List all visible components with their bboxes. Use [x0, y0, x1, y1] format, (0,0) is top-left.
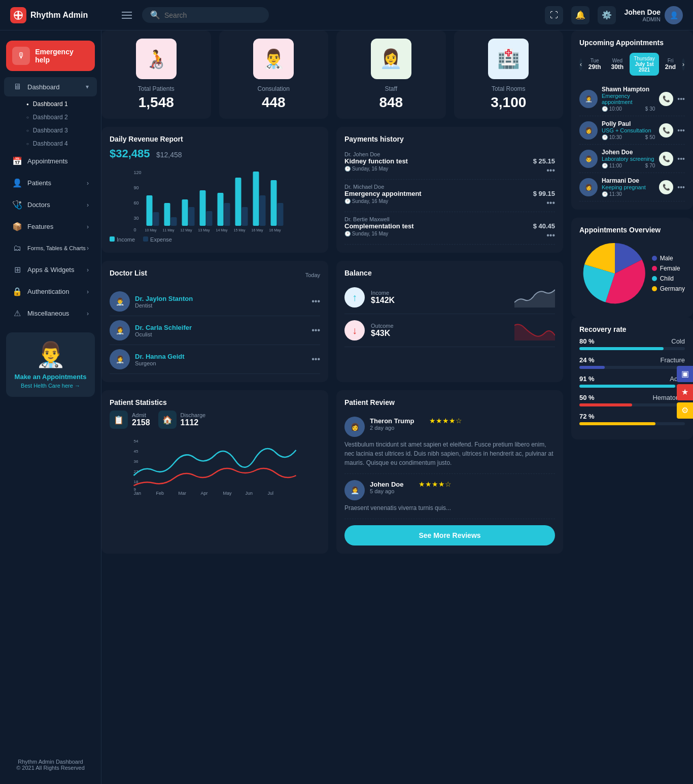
search-bar[interactable]: 🔍: [142, 7, 269, 23]
doctor-dots-0[interactable]: •••: [311, 297, 320, 306]
revenue-card: Daily Revenue Report $32,485 $12,458 120…: [101, 127, 328, 253]
cal-day-tue[interactable]: Tue 29th: [584, 55, 605, 74]
consulation-value: 448: [227, 94, 321, 111]
progress-bar-1: [579, 366, 685, 369]
footer-brand: Rhythm Admin Dashboard: [8, 759, 93, 765]
sidebar-item-appointments[interactable]: 📅 Appointments: [4, 151, 97, 171]
svg-rect-15: [224, 203, 230, 226]
appt-dots-0[interactable]: •••: [677, 95, 685, 103]
recovery-percent-1: 24 %: [579, 356, 595, 364]
sidebar-item-patients[interactable]: 👤 Patients ›: [4, 173, 97, 193]
sidebar-item-dashboard[interactable]: 🖥 Dashboard ▾: [4, 77, 97, 96]
appt-type-0: Emergency appointment: [602, 93, 655, 105]
payment-dots-0[interactable]: •••: [546, 166, 555, 175]
doctor-name-2: Dr. Hanna Geidt: [135, 353, 306, 360]
payment-meta-1: 🕐 Sunday, 16 May •••: [344, 198, 555, 208]
payment-dots-1[interactable]: •••: [546, 198, 555, 208]
recovery-title: Recovery rate: [579, 325, 685, 333]
sidebar-item-doctors[interactable]: 🩺 Doctors ›: [4, 195, 97, 215]
legend-male: Male: [652, 255, 685, 262]
appt-dots-2[interactable]: •••: [677, 155, 685, 163]
svg-text:14 May: 14 May: [216, 228, 228, 232]
search-input[interactable]: [164, 11, 256, 19]
upcoming-appointments-card: Upcoming Appointments ‹ Tue 29th Wed 30t…: [571, 30, 693, 210]
sidebar-auth-label: Authentication: [27, 288, 69, 295]
income-mini-chart: [514, 287, 555, 308]
sidebar-item-auth[interactable]: 🔒 Authentication ›: [4, 282, 97, 301]
appt-dots-1[interactable]: •••: [677, 126, 685, 134]
sidebar-item-dashboard3[interactable]: Dashboard 3: [18, 124, 101, 137]
content-area: 🧑‍🦽 Total Patients 1,548 👨‍⚕️ Consulatio…: [101, 30, 693, 784]
see-more-button[interactable]: See More Reviews: [344, 525, 555, 546]
hamburger-menu[interactable]: [122, 12, 132, 19]
side-btn-yellow[interactable]: ⚙: [677, 402, 693, 419]
auth-icon: 🔒: [12, 287, 22, 296]
emergency-icon: 🎙: [12, 47, 30, 65]
pie-container: Male Female Child Germany: [579, 238, 685, 309]
chevron-right-icon7: ›: [87, 310, 89, 317]
svg-rect-10: [182, 199, 188, 226]
side-btn-red[interactable]: ★: [677, 384, 693, 400]
svg-text:Jul: Jul: [268, 491, 274, 496]
appt-call-3[interactable]: 📞: [659, 180, 673, 194]
overview-title: Appointments Overview: [579, 226, 685, 234]
emergency-button[interactable]: 🎙 Emergency help: [6, 41, 95, 71]
svg-rect-7: [153, 212, 159, 226]
sidebar-dashboard-label: Dashboard: [27, 83, 60, 91]
cal-prev-btn[interactable]: ‹: [579, 58, 582, 71]
sidebar-item-features[interactable]: 📦 Features ›: [4, 217, 97, 236]
revenue-amounts: $32,485 $12,458: [110, 147, 320, 160]
appt-avatar-2: 👨: [579, 150, 598, 168]
appt-avatar-1: 👩: [579, 121, 598, 140]
cal-day-thu[interactable]: Thursday July 1st 2021: [630, 53, 659, 76]
svg-rect-20: [271, 180, 277, 226]
svg-text:10 May: 10 May: [145, 228, 157, 232]
sidebar-item-dashboard4[interactable]: Dashboard 4: [18, 137, 101, 150]
doctor-info-1: Dr. Carla Schleifer Oculist: [135, 324, 306, 337]
sidebar-forms-label: Forms, Tables & Charts: [27, 245, 86, 251]
appt-meta-3: 🕐 11:30: [602, 191, 655, 197]
user-info: Johen Doe ADMIN 👤: [624, 6, 683, 24]
cal-day-fri[interactable]: Fri 2nd: [661, 55, 680, 74]
fullscreen-icon[interactable]: ⛶: [545, 6, 563, 24]
svg-text:60: 60: [134, 200, 139, 206]
settings-icon[interactable]: ⚙️: [598, 6, 616, 24]
review-stars-0: ★★★★☆: [429, 417, 462, 425]
sidebar-patients-label: Patients: [27, 179, 51, 187]
recovery-percent-0: 80 %: [579, 337, 595, 345]
sidebar-item-forms[interactable]: 🗂 Forms, Tables & Charts ›: [4, 238, 97, 258]
payment-doctor-1: Dr. Michael Doe: [344, 184, 555, 190]
promo-subtitle[interactable]: Best Helth Care here →: [14, 383, 87, 389]
progress-fill-2: [579, 385, 675, 388]
appt-call-2[interactable]: 📞: [659, 152, 673, 166]
review-text-1: Praesent venenatis viverra turnis quis..…: [344, 503, 555, 513]
notification-icon[interactable]: 🔔: [571, 6, 590, 24]
staff-illustration: 👩‍💼: [371, 39, 411, 79]
appointments-icon: 📅: [12, 156, 22, 166]
sidebar-item-dashboard1[interactable]: Dashboard 1: [18, 97, 101, 111]
sidebar-item-apps[interactable]: ⊞ Apps & Widgets ›: [4, 260, 97, 280]
appt-dots-3[interactable]: •••: [677, 183, 685, 191]
cal-next-btn[interactable]: ›: [682, 58, 685, 71]
side-btn-blue[interactable]: ▣: [677, 366, 693, 382]
sidebar-footer: Rhythm Admin Dashboard © 2021 All Rights…: [0, 751, 101, 779]
doctor-list-title: Doctor List: [110, 269, 147, 277]
discharge-label: Discharge: [181, 412, 206, 418]
svg-text:12 May: 12 May: [181, 228, 192, 232]
sidebar-apps-label: Apps & Widgets: [27, 266, 75, 274]
doctor-dots-2[interactable]: •••: [311, 355, 320, 364]
legend-female: Female: [652, 265, 685, 272]
discharge-value: 1112: [181, 418, 206, 427]
appt-call-1[interactable]: 📞: [659, 123, 673, 138]
income-label: Income: [371, 290, 508, 296]
appt-call-0[interactable]: 📞: [659, 92, 673, 106]
stats-grid: 🧑‍🦽 Total Patients 1,548 👨‍⚕️ Consulatio…: [101, 30, 563, 119]
doctor-dots-1[interactable]: •••: [311, 326, 320, 335]
payment-dots-2[interactable]: •••: [546, 231, 555, 240]
cal-day-wed[interactable]: Wed 30th: [607, 55, 628, 74]
sidebar-item-misc[interactable]: ⚠ Miscellaneous ›: [4, 303, 97, 323]
payments-title: Payments history: [344, 135, 555, 143]
sidebar-item-dashboard2[interactable]: Dashboard 2: [18, 111, 101, 124]
recovery-item-1: 24 % Fracture: [579, 356, 685, 369]
sidebar-misc-label: Miscellaneous: [27, 310, 69, 317]
